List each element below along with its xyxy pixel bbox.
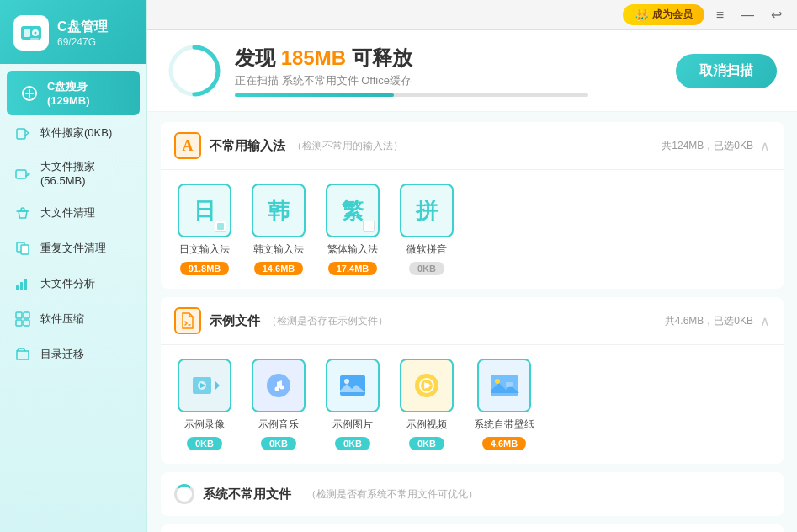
svg-rect-33 bbox=[491, 375, 518, 396]
item-badge: 0KB bbox=[261, 437, 296, 450]
svg-rect-11 bbox=[20, 282, 23, 290]
stats-label: 共4.6MB，已选0KB bbox=[665, 314, 753, 328]
section-sample-files-body: 示例录像 0KB 示例音乐 0KB bbox=[161, 345, 784, 464]
svg-rect-15 bbox=[16, 320, 22, 326]
scan-circle bbox=[167, 44, 221, 98]
sidebar-item-soft-compress[interactable]: 软件压缩 bbox=[0, 301, 146, 337]
scan-progress-fill bbox=[235, 93, 394, 97]
item-label: 微软拼音 bbox=[406, 242, 447, 257]
svg-point-3 bbox=[35, 32, 37, 35]
sidebar-item-soft-move[interactable]: 软件搬家(0KB) bbox=[0, 115, 146, 151]
item-label: 示例图片 bbox=[332, 418, 373, 432]
scan-title-prefix: 发现 bbox=[235, 46, 281, 69]
svg-rect-35 bbox=[506, 382, 513, 387]
chevron-up-icon: ∧ bbox=[760, 313, 770, 329]
item-label: 示例音乐 bbox=[258, 418, 299, 432]
svg-rect-4 bbox=[30, 38, 39, 40]
sidebar-item-big-move[interactable]: 大文件搬家(56.5MB) bbox=[0, 151, 146, 195]
section-input-method-body: 日 日文输入法 91.8MB 韩 韩文输入法 14.6MB bbox=[161, 170, 784, 289]
sidebar-title: C盘管理 bbox=[57, 19, 108, 36]
c-slim-icon bbox=[20, 84, 39, 103]
item-japanese-ime[interactable]: 日 日文输入法 91.8MB bbox=[178, 184, 231, 275]
section-sample-files-header[interactable]: 示例文件 （检测是否存在示例文件） 共4.6MB，已选0KB ∧ bbox=[161, 297, 784, 345]
section-sample-files: 示例文件 （检测是否存在示例文件） 共4.6MB，已选0KB ∧ bbox=[161, 297, 784, 464]
section-name: 系统不常用文件 bbox=[203, 487, 291, 503]
section-input-method-header[interactable]: A 不常用输入法 （检测不常用的输入法） 共124MB，已选0KB ∧ bbox=[161, 122, 784, 170]
svg-point-26 bbox=[280, 386, 284, 390]
back-button[interactable]: ↩ bbox=[766, 5, 787, 24]
cancel-scan-button[interactable]: 取消扫描 bbox=[676, 54, 777, 88]
traditional-ime-icon: 繁 bbox=[326, 184, 380, 237]
svg-point-28 bbox=[344, 379, 349, 384]
item-badge: 0KB bbox=[335, 437, 370, 450]
sample-video2-icon bbox=[400, 359, 454, 412]
item-sample-video[interactable]: 示例录像 0KB bbox=[178, 359, 231, 450]
item-sample-image[interactable]: 示例图片 0KB bbox=[326, 359, 380, 450]
menu-button[interactable]: ≡ bbox=[711, 6, 729, 24]
item-label: 日文输入法 bbox=[179, 242, 230, 257]
scan-banner: 发现 185MB 可释放 正在扫描 系统不常用文件 Office缓存 取消扫描 bbox=[147, 30, 797, 112]
item-label: 系统自带壁纸 bbox=[474, 418, 534, 432]
item-badge: 4.6MB bbox=[482, 437, 526, 450]
topbar: 👑 成为会员 ≡ — ↩ bbox=[147, 0, 797, 30]
sample-image-icon bbox=[326, 359, 380, 412]
section-stats: 共4.6MB，已选0KB ∧ bbox=[665, 313, 770, 329]
sidebar-item-label: 大文件清理 bbox=[40, 205, 95, 221]
svg-marker-21 bbox=[215, 380, 220, 391]
scan-progress-bar bbox=[235, 93, 588, 97]
svg-rect-12 bbox=[24, 279, 27, 290]
stats-label: 共124MB，已选0KB bbox=[662, 139, 753, 153]
scan-subtitle: 正在扫描 系统不常用文件 Office缓存 bbox=[235, 73, 676, 88]
svg-point-34 bbox=[495, 379, 500, 384]
svg-rect-14 bbox=[24, 312, 29, 318]
item-korean-ime[interactable]: 韩 韩文输入法 14.6MB bbox=[252, 184, 306, 275]
minimize-button[interactable]: — bbox=[736, 6, 759, 24]
loading-icon bbox=[174, 484, 194, 504]
big-clean-icon bbox=[13, 204, 32, 222]
vip-label: 成为会员 bbox=[652, 8, 693, 22]
section-stats: 共124MB，已选0KB ∧ bbox=[662, 138, 770, 154]
section-soft-clean: 软件专清 （软件使用过程中产生的文件，不需要的可以删除） bbox=[161, 524, 784, 532]
section-name: 示例文件 bbox=[210, 313, 260, 329]
sidebar-item-label: 软件压缩 bbox=[40, 311, 84, 327]
section-input-method: A 不常用输入法 （检测不常用的输入法） 共124MB，已选0KB ∧ 日 bbox=[161, 122, 784, 289]
sidebar-item-big-analyze[interactable]: 大文件分析 bbox=[0, 266, 146, 301]
item-label: 繁体输入法 bbox=[327, 242, 378, 257]
item-badge: 14.6MB bbox=[254, 262, 304, 275]
sidebar-item-dup-clean[interactable]: 重复文件清理 bbox=[0, 231, 146, 266]
item-sample-music[interactable]: 示例音乐 0KB bbox=[252, 359, 306, 450]
japanese-ime-icon: 日 bbox=[178, 184, 231, 237]
item-label: 示例录像 bbox=[184, 418, 225, 432]
soft-move-icon bbox=[13, 124, 32, 142]
input-method-icon: A bbox=[174, 132, 201, 159]
item-system-wallpaper[interactable]: 系统自带壁纸 4.6MB bbox=[474, 359, 534, 450]
item-traditional-ime[interactable]: 繁 繁体输入法 17.4MB bbox=[326, 184, 380, 275]
korean-ime-icon: 韩 bbox=[252, 184, 306, 237]
system-wallpaper-icon bbox=[477, 359, 531, 412]
scan-info: 发现 185MB 可释放 正在扫描 系统不常用文件 Office缓存 bbox=[235, 45, 676, 97]
sidebar-header: C盘管理 69/247G bbox=[0, 0, 146, 64]
section-name: 不常用输入法 bbox=[210, 138, 285, 154]
sidebar-item-big-clean[interactable]: 大文件清理 bbox=[0, 195, 146, 231]
sidebar-item-label: 目录迁移 bbox=[40, 347, 84, 362]
sidebar-subtitle: 69/247G bbox=[57, 36, 108, 48]
item-ms-pinyin[interactable]: 拼 微软拼音 0KB bbox=[400, 184, 454, 275]
svg-rect-10 bbox=[16, 285, 19, 290]
main-container: 👑 成为会员 ≡ — ↩ 发现 185MB 可释放 正在扫描 系统不常用文件 O… bbox=[147, 0, 797, 532]
disk-icon bbox=[13, 15, 49, 51]
sidebar-item-dir-migrate[interactable]: 目录迁移 bbox=[0, 337, 146, 372]
sample-video-icon bbox=[178, 359, 231, 412]
sidebar-item-label: 大文件搬家(56.5MB) bbox=[40, 159, 133, 187]
chevron-up-icon: ∧ bbox=[760, 138, 770, 154]
scan-title-suffix: 可释放 bbox=[346, 46, 412, 69]
sample-files-icon bbox=[174, 307, 201, 334]
item-badge: 0KB bbox=[187, 437, 222, 450]
item-sample-video2[interactable]: 示例视频 0KB bbox=[400, 359, 454, 450]
vip-button[interactable]: 👑 成为会员 bbox=[623, 4, 704, 25]
sidebar-item-c-slim[interactable]: C盘瘦身(129MB) bbox=[7, 71, 140, 115]
svg-rect-13 bbox=[16, 312, 22, 318]
content-area: A 不常用输入法 （检测不常用的输入法） 共124MB，已选0KB ∧ 日 bbox=[147, 112, 797, 532]
svg-rect-19 bbox=[217, 223, 224, 230]
svg-point-25 bbox=[275, 387, 279, 391]
sidebar-item-label: 大文件分析 bbox=[40, 276, 95, 291]
